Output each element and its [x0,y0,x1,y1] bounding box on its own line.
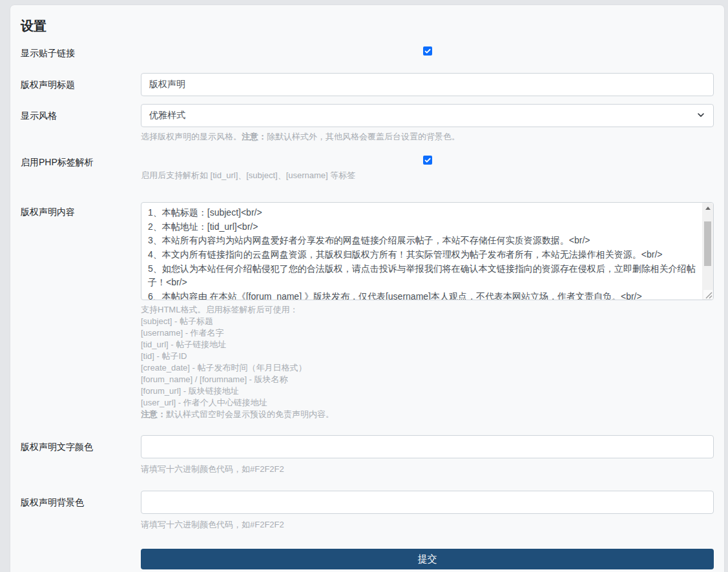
copyright-title-input[interactable] [141,73,714,96]
scrollbar-thumb[interactable] [704,221,711,267]
copyright-title-label: 版权声明标题 [21,73,141,91]
copyright-content-label: 版权声明内容 [21,202,141,218]
row-copyright-content: 版权声明内容 1、本帖标题：[subject]<br/> 2、本帖地址：[tid… [21,202,714,420]
row-php-tags: 启用PHP标签解析 启用后支持解析如 [tid_url]、[subject]、[… [21,156,714,181]
textarea-scrollbar[interactable] [702,203,713,300]
copyright-content-help: 支持HTML格式。启用标签解析后可使用： [subject] - 帖子标题 [u… [141,304,714,420]
copyright-content-text: 1、本帖标题：[subject]<br/> 2、本帖地址：[tid_url]<b… [141,203,702,300]
bg-color-label: 版权声明背景色 [21,491,141,509]
text-color-help: 请填写十六进制颜色代码，如#F2F2F2 [141,464,714,475]
submit-button[interactable]: 提交 [141,549,714,569]
row-text-color: 版权声明文字颜色 请填写十六进制颜色代码，如#F2F2F2 [21,435,714,475]
chevron-down-icon [696,110,705,121]
bg-color-help: 请填写十六进制颜色代码，如#F2F2F2 [141,519,714,531]
row-show-post-link: 显示贴子链接 [21,46,714,59]
row-bg-color: 版权声明背景色 请填写十六进制颜色代码，如#F2F2F2 [21,491,714,531]
php-tags-label: 启用PHP标签解析 [21,156,141,169]
show-post-link-label: 显示贴子链接 [21,46,141,59]
display-style-value: 优雅样式 [149,110,185,121]
show-post-link-checkbox[interactable] [423,46,432,56]
display-style-label: 显示风格 [21,104,141,122]
resize-grip-icon[interactable] [703,290,712,299]
check-icon [424,47,432,55]
row-copyright-title: 版权声明标题 [21,73,714,96]
php-tags-checkbox[interactable] [423,156,432,165]
php-tags-help: 启用后支持解析如 [tid_url]、[subject]、[username] … [141,170,714,181]
row-display-style: 显示风格 优雅样式 选择版权声明的显示风格。注意：除默认样式外，其他风格会覆盖后… [21,104,714,143]
page-title: 设置 [21,19,714,32]
text-color-input[interactable] [141,435,714,458]
bg-color-input[interactable] [141,491,714,514]
copyright-content-textarea[interactable]: 1、本帖标题：[subject]<br/> 2、本帖地址：[tid_url]<b… [141,202,714,300]
display-style-select[interactable]: 优雅样式 [141,104,714,127]
display-style-help: 选择版权声明的显示风格。注意：除默认样式外，其他风格会覆盖后台设置的背景色。 [141,131,714,143]
scroll-up-icon[interactable] [705,207,711,210]
settings-panel: 设置 显示贴子链接 版权声明标题 显示风格 优雅样式 选择版权声明的显示风格。注… [10,5,724,572]
text-color-label: 版权声明文字颜色 [21,435,141,453]
row-submit: 提交 [21,549,714,569]
check-icon [424,156,432,164]
